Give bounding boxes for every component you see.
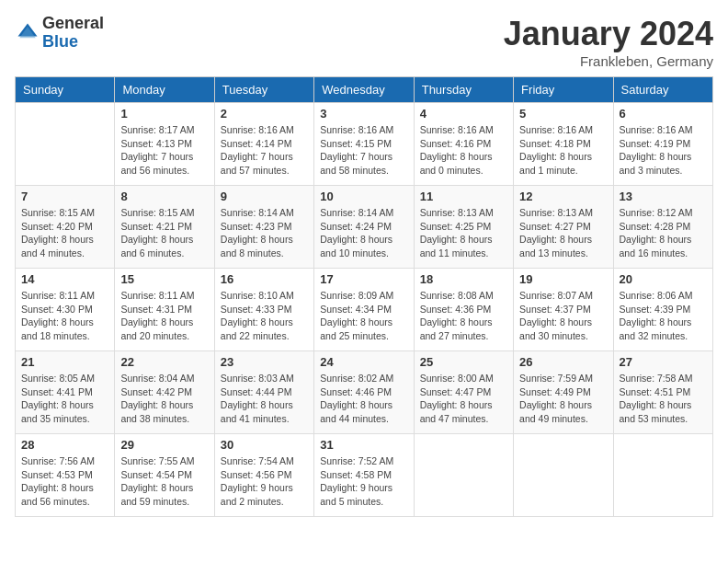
location: Frankleben, Germany bbox=[504, 53, 713, 69]
day-number: 9 bbox=[221, 190, 308, 203]
day-info: Sunrise: 8:13 AMSunset: 4:27 PMDaylight:… bbox=[519, 206, 607, 260]
day-number: 24 bbox=[320, 355, 407, 369]
weekday-header-sunday: Sunday bbox=[16, 77, 115, 103]
day-number: 6 bbox=[620, 107, 707, 121]
day-info: Sunrise: 7:56 AMSunset: 4:53 PMDaylight:… bbox=[21, 454, 108, 509]
day-number: 4 bbox=[420, 107, 507, 121]
day-info: Sunrise: 8:04 AMSunset: 4:42 PMDaylight:… bbox=[120, 372, 208, 426]
calendar-cell: 23Sunrise: 8:03 AMSunset: 4:44 PMDayligh… bbox=[214, 351, 313, 434]
day-number: 10 bbox=[320, 190, 407, 203]
calendar-cell: 11Sunrise: 8:13 AMSunset: 4:25 PMDayligh… bbox=[414, 186, 513, 269]
day-info: Sunrise: 8:10 AMSunset: 4:33 PMDaylight:… bbox=[221, 289, 308, 343]
calendar-cell: 28Sunrise: 7:56 AMSunset: 4:53 PMDayligh… bbox=[16, 434, 115, 517]
logo-blue: Blue bbox=[42, 33, 104, 52]
day-number: 23 bbox=[221, 355, 308, 369]
weekday-header-monday: Monday bbox=[115, 77, 214, 103]
day-number: 17 bbox=[320, 272, 407, 286]
calendar-cell: 25Sunrise: 8:00 AMSunset: 4:47 PMDayligh… bbox=[414, 351, 513, 434]
day-info: Sunrise: 8:16 AMSunset: 4:19 PMDaylight:… bbox=[620, 123, 707, 178]
logo: General Blue bbox=[15, 15, 104, 52]
logo-icon bbox=[15, 20, 40, 46]
calendar-cell: 10Sunrise: 8:14 AMSunset: 4:24 PMDayligh… bbox=[314, 186, 414, 269]
calendar-cell: 19Sunrise: 8:07 AMSunset: 4:37 PMDayligh… bbox=[514, 269, 613, 351]
calendar-cell: 1Sunrise: 8:17 AMSunset: 4:13 PMDaylight… bbox=[115, 103, 214, 186]
day-info: Sunrise: 8:15 AMSunset: 4:21 PMDaylight:… bbox=[120, 206, 208, 260]
calendar-cell bbox=[514, 434, 613, 517]
day-number: 2 bbox=[221, 107, 308, 121]
day-info: Sunrise: 8:15 AMSunset: 4:20 PMDaylight:… bbox=[21, 206, 108, 260]
calendar-cell: 8Sunrise: 8:15 AMSunset: 4:21 PMDaylight… bbox=[115, 186, 214, 269]
page-header: General Blue January 2024 Frankleben, Ge… bbox=[15, 15, 713, 69]
day-number: 11 bbox=[420, 190, 507, 203]
day-info: Sunrise: 8:07 AMSunset: 4:37 PMDaylight:… bbox=[519, 289, 607, 343]
calendar-cell: 30Sunrise: 7:54 AMSunset: 4:56 PMDayligh… bbox=[214, 434, 313, 517]
calendar-cell: 18Sunrise: 8:08 AMSunset: 4:36 PMDayligh… bbox=[414, 269, 513, 351]
day-info: Sunrise: 8:11 AMSunset: 4:31 PMDaylight:… bbox=[120, 289, 208, 343]
calendar-table: SundayMondayTuesdayWednesdayThursdayFrid… bbox=[15, 76, 713, 517]
day-number: 28 bbox=[21, 438, 108, 452]
day-info: Sunrise: 8:00 AMSunset: 4:47 PMDaylight:… bbox=[420, 372, 507, 426]
day-number: 8 bbox=[120, 190, 208, 203]
weekday-header-saturday: Saturday bbox=[613, 77, 712, 103]
day-info: Sunrise: 7:58 AMSunset: 4:51 PMDaylight:… bbox=[620, 372, 707, 426]
day-info: Sunrise: 8:17 AMSunset: 4:13 PMDaylight:… bbox=[120, 123, 208, 178]
day-number: 29 bbox=[120, 438, 208, 452]
day-number: 26 bbox=[519, 355, 607, 369]
week-row-4: 21Sunrise: 8:05 AMSunset: 4:41 PMDayligh… bbox=[16, 351, 713, 434]
calendar-cell: 4Sunrise: 8:16 AMSunset: 4:16 PMDaylight… bbox=[414, 103, 513, 186]
calendar-cell: 2Sunrise: 8:16 AMSunset: 4:14 PMDaylight… bbox=[214, 103, 313, 186]
calendar-cell: 16Sunrise: 8:10 AMSunset: 4:33 PMDayligh… bbox=[214, 269, 313, 351]
day-number: 14 bbox=[21, 272, 108, 286]
day-info: Sunrise: 8:05 AMSunset: 4:41 PMDaylight:… bbox=[21, 372, 108, 426]
calendar-cell bbox=[613, 434, 712, 517]
calendar-cell: 12Sunrise: 8:13 AMSunset: 4:27 PMDayligh… bbox=[514, 186, 613, 269]
calendar-cell: 9Sunrise: 8:14 AMSunset: 4:23 PMDaylight… bbox=[214, 186, 313, 269]
logo-general: General bbox=[42, 15, 104, 33]
calendar-cell: 24Sunrise: 8:02 AMSunset: 4:46 PMDayligh… bbox=[314, 351, 414, 434]
calendar-cell: 3Sunrise: 8:16 AMSunset: 4:15 PMDaylight… bbox=[314, 103, 414, 186]
calendar-cell: 15Sunrise: 8:11 AMSunset: 4:31 PMDayligh… bbox=[115, 269, 214, 351]
week-row-1: 1Sunrise: 8:17 AMSunset: 4:13 PMDaylight… bbox=[16, 103, 713, 186]
calendar-cell bbox=[414, 434, 513, 517]
day-info: Sunrise: 7:59 AMSunset: 4:49 PMDaylight:… bbox=[519, 372, 607, 426]
calendar-cell: 14Sunrise: 8:11 AMSunset: 4:30 PMDayligh… bbox=[16, 269, 115, 351]
calendar-cell: 17Sunrise: 8:09 AMSunset: 4:34 PMDayligh… bbox=[314, 269, 414, 351]
logo-text: General Blue bbox=[42, 15, 104, 52]
day-number: 25 bbox=[420, 355, 507, 369]
day-info: Sunrise: 8:08 AMSunset: 4:36 PMDaylight:… bbox=[420, 289, 507, 343]
day-number: 3 bbox=[320, 107, 407, 121]
weekday-header-tuesday: Tuesday bbox=[214, 77, 313, 103]
month-title: January 2024 bbox=[504, 15, 713, 53]
calendar-cell: 26Sunrise: 7:59 AMSunset: 4:49 PMDayligh… bbox=[514, 351, 613, 434]
day-info: Sunrise: 8:03 AMSunset: 4:44 PMDaylight:… bbox=[221, 372, 308, 426]
calendar-cell: 6Sunrise: 8:16 AMSunset: 4:19 PMDaylight… bbox=[613, 103, 712, 186]
day-info: Sunrise: 8:16 AMSunset: 4:18 PMDaylight:… bbox=[519, 123, 607, 178]
day-info: Sunrise: 8:16 AMSunset: 4:15 PMDaylight:… bbox=[320, 123, 407, 178]
calendar-cell: 7Sunrise: 8:15 AMSunset: 4:20 PMDaylight… bbox=[16, 186, 115, 269]
calendar-cell: 5Sunrise: 8:16 AMSunset: 4:18 PMDaylight… bbox=[514, 103, 613, 186]
calendar-cell: 27Sunrise: 7:58 AMSunset: 4:51 PMDayligh… bbox=[613, 351, 712, 434]
day-info: Sunrise: 8:09 AMSunset: 4:34 PMDaylight:… bbox=[320, 289, 407, 343]
day-info: Sunrise: 8:12 AMSunset: 4:28 PMDaylight:… bbox=[620, 206, 707, 260]
day-info: Sunrise: 8:16 AMSunset: 4:14 PMDaylight:… bbox=[221, 123, 308, 178]
day-info: Sunrise: 8:14 AMSunset: 4:23 PMDaylight:… bbox=[221, 206, 308, 260]
weekday-header-friday: Friday bbox=[514, 77, 613, 103]
weekday-header-row: SundayMondayTuesdayWednesdayThursdayFrid… bbox=[16, 77, 713, 103]
weekday-header-thursday: Thursday bbox=[414, 77, 513, 103]
day-info: Sunrise: 7:54 AMSunset: 4:56 PMDaylight:… bbox=[221, 454, 308, 509]
calendar-cell: 13Sunrise: 8:12 AMSunset: 4:28 PMDayligh… bbox=[613, 186, 712, 269]
week-row-2: 7Sunrise: 8:15 AMSunset: 4:20 PMDaylight… bbox=[16, 186, 713, 269]
day-info: Sunrise: 8:16 AMSunset: 4:16 PMDaylight:… bbox=[420, 123, 507, 178]
day-number: 12 bbox=[519, 190, 607, 203]
day-number: 20 bbox=[620, 272, 707, 286]
calendar-cell: 21Sunrise: 8:05 AMSunset: 4:41 PMDayligh… bbox=[16, 351, 115, 434]
title-block: January 2024 Frankleben, Germany bbox=[504, 15, 713, 69]
day-info: Sunrise: 7:55 AMSunset: 4:54 PMDaylight:… bbox=[120, 454, 208, 509]
calendar-cell: 29Sunrise: 7:55 AMSunset: 4:54 PMDayligh… bbox=[115, 434, 214, 517]
day-info: Sunrise: 8:14 AMSunset: 4:24 PMDaylight:… bbox=[320, 206, 407, 260]
calendar-cell: 22Sunrise: 8:04 AMSunset: 4:42 PMDayligh… bbox=[115, 351, 214, 434]
week-row-3: 14Sunrise: 8:11 AMSunset: 4:30 PMDayligh… bbox=[16, 269, 713, 351]
day-number: 15 bbox=[120, 272, 208, 286]
day-number: 18 bbox=[420, 272, 507, 286]
day-number: 13 bbox=[620, 190, 707, 203]
